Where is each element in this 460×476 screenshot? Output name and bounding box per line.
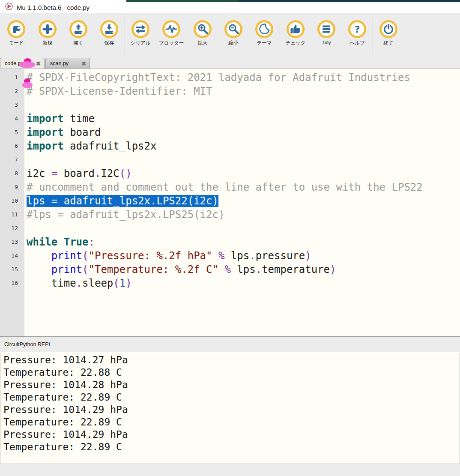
zoom-out-icon [224, 20, 242, 38]
serial-icon [131, 20, 149, 38]
toolbar-button-serial[interactable]: シリアル [125, 13, 156, 46]
repl-line: Pressure: 1014.29 hPa [3, 428, 460, 441]
repl-line: Pressure: 1014.29 hPa [3, 404, 460, 416]
repl-line: Pressure: 1014.27 hPa [3, 354, 460, 366]
title-bar: Mu 1.1.0.beta.6 - code.py [0, 2, 460, 13]
help-icon: ? [348, 20, 366, 38]
code-line[interactable]: # SPDX-License-Identifier: MIT [27, 84, 460, 98]
zoom-in-icon [194, 20, 212, 38]
tab-label: scan.py [50, 60, 69, 66]
code-line[interactable] [27, 98, 460, 112]
window-title: Mu 1.1.0.beta.6 - code.py [17, 4, 90, 11]
toolbar-button-label: 拡大 [198, 40, 208, 46]
toolbar-button-label: 終了 [384, 40, 394, 46]
theme-icon [255, 20, 273, 38]
toolbar-button-save[interactable]: 保存 [94, 13, 125, 46]
toolbar-button-label: チェック [285, 40, 305, 46]
code-line[interactable]: print("Pressure: %.2f hPa" % lps.pressur… [27, 249, 460, 263]
line-number: 13 [0, 235, 24, 249]
toolbar-button-help[interactable]: ?ヘルプ [342, 13, 373, 46]
code-line[interactable]: while True: [27, 235, 460, 249]
toolbar-button-label: プロッター [159, 40, 184, 46]
line-number: 7 [0, 153, 24, 167]
code-editor[interactable]: 12345678910111213141516 # SPDX-FileCopyr… [0, 69, 460, 336]
repl-line: Pressure: 1014.28 hPa [3, 379, 460, 391]
code-line[interactable]: # uncomment and comment out the line aft… [27, 180, 460, 194]
toolbar-button-theme[interactable]: テーマ [249, 13, 280, 46]
app-logo-icon [5, 3, 13, 12]
check-icon [287, 20, 305, 38]
toolbar-button-new[interactable]: 新規 [32, 13, 63, 46]
line-number: 14 [0, 249, 24, 263]
code-line[interactable]: # SPDX-FileCopyrightText: 2021 ladyada f… [27, 71, 460, 84]
toolbar-button-quit[interactable]: 終了 [373, 13, 404, 46]
toolbar-button-tidy[interactable]: Tidy [311, 13, 342, 45]
repl-line: Temperature: 22.89 C [3, 441, 460, 453]
tab-code.py[interactable]: code.py✖ [0, 58, 45, 69]
code-area[interactable]: # SPDX-FileCopyrightText: 2021 ladyada f… [24, 69, 460, 336]
toolbar-button-label: Tidy [322, 40, 331, 45]
toolbar-button-check[interactable]: チェック [280, 13, 311, 46]
code-line[interactable]: #lps = adafruit_lps2x.LPS25(i2c) [27, 208, 460, 222]
repl-line: Temperature: 22.89 C [3, 416, 460, 428]
open-icon [69, 20, 87, 38]
repl-output[interactable]: Pressure: 1014.27 hPaTemperature: 22.88 … [0, 353, 460, 464]
toolbar-button-label: 開く [73, 40, 83, 46]
save-icon [100, 20, 118, 38]
code-line[interactable] [27, 222, 460, 235]
line-number: 12 [0, 222, 24, 235]
line-number: 3 [0, 98, 24, 112]
toolbar-button-label: テーマ [257, 40, 272, 46]
toolbar-button-label: 保存 [105, 40, 114, 46]
close-icon[interactable]: ✖ [36, 61, 41, 66]
tab-label: code.py [5, 60, 24, 66]
tab-scan.py[interactable]: scan.py✖ [45, 58, 90, 69]
toolbar-button-label: ヘルプ [349, 40, 364, 46]
mode-icon [7, 20, 25, 38]
code-line[interactable]: print("Temperature: %.2f C" % lps.temper… [27, 263, 460, 276]
toolbar-button-mode[interactable]: モード [1, 13, 32, 46]
toolbar-button-label: モード [9, 40, 24, 46]
close-icon[interactable]: ✖ [81, 61, 86, 66]
toolbar-button-zoom-out[interactable]: 縮小 [218, 13, 249, 46]
code-line[interactable]: i2c = board.I2C() [27, 167, 460, 180]
code-line[interactable] [27, 153, 460, 167]
repl-panel-header: CircuitPython REPL [0, 336, 460, 352]
plotter-icon [162, 20, 180, 38]
toolbar-button-open[interactable]: 開く [63, 13, 94, 46]
svg-text:?: ? [355, 24, 360, 35]
toolbar-button-plotter[interactable]: プロッター [156, 13, 187, 46]
line-number: 9 [0, 180, 24, 194]
line-number: 15 [0, 263, 24, 276]
new-icon [39, 20, 57, 38]
code-line[interactable]: import adafruit_lps2x [27, 139, 460, 153]
quit-icon [379, 20, 397, 38]
toolbar-button-label: 縮小 [229, 40, 239, 46]
line-number: 16 [0, 276, 24, 290]
line-number: 1 [0, 71, 24, 84]
line-number: 6 [0, 139, 24, 153]
repl-line: Temperature: 22.89 C [3, 391, 460, 404]
toolbar-button-zoom-in[interactable]: 拡大 [187, 13, 218, 46]
code-line[interactable]: time.sleep(1) [27, 276, 460, 290]
tab-bar: code.py✖scan.py✖ [0, 58, 460, 69]
toolbar: モード新規開く保存シリアルプロッター拡大縮小テーマチェックTidy?ヘルプ終了 [0, 13, 460, 58]
line-number: 8 [0, 167, 24, 180]
toolbar-button-label: シリアル [130, 40, 150, 46]
repl-line: Temperature: 22.88 C [3, 366, 460, 379]
repl-title: CircuitPython REPL [4, 341, 51, 347]
code-line[interactable]: lps = adafruit_lps2x.LPS22(i2c) [27, 194, 460, 208]
line-number: 5 [0, 126, 24, 139]
line-number: 2 [0, 84, 24, 98]
line-number: 10 [0, 194, 24, 208]
tidy-icon [317, 20, 335, 38]
line-number: 11 [0, 208, 24, 222]
code-line[interactable]: import board [27, 126, 460, 139]
line-number-gutter: 12345678910111213141516 [0, 69, 24, 336]
code-line[interactable]: import time [27, 112, 460, 126]
line-number: 4 [0, 112, 24, 126]
status-bar [0, 464, 460, 476]
toolbar-button-label: 新規 [43, 40, 53, 46]
